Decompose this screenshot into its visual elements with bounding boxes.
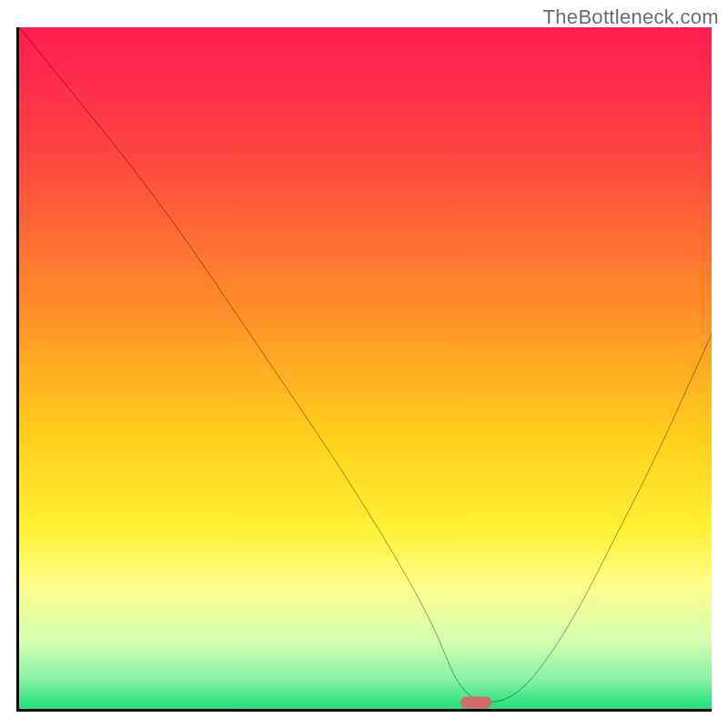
watermark-text: TheBottleneck.com bbox=[543, 5, 719, 29]
chart-stage: TheBottleneck.com bbox=[0, 0, 728, 728]
plot-area bbox=[16, 27, 712, 712]
svg-rect-0 bbox=[19, 27, 712, 709]
optimal-point-marker bbox=[460, 696, 491, 708]
gradient-background bbox=[19, 27, 712, 709]
